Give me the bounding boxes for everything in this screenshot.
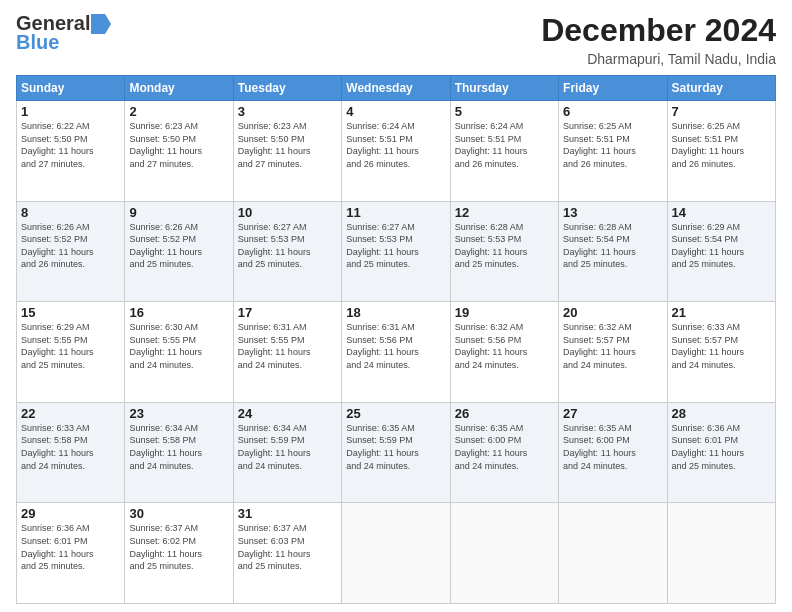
calendar-cell: 30Sunrise: 6:37 AM Sunset: 6:02 PM Dayli… [125, 503, 233, 604]
day-info: Sunrise: 6:25 AM Sunset: 5:51 PM Dayligh… [563, 120, 662, 170]
calendar-cell: 7Sunrise: 6:25 AM Sunset: 5:51 PM Daylig… [667, 101, 775, 202]
day-number: 1 [21, 104, 120, 119]
logo-icon [91, 14, 111, 34]
day-number: 2 [129, 104, 228, 119]
day-info: Sunrise: 6:28 AM Sunset: 5:53 PM Dayligh… [455, 221, 554, 271]
day-info: Sunrise: 6:31 AM Sunset: 5:55 PM Dayligh… [238, 321, 337, 371]
day-info: Sunrise: 6:24 AM Sunset: 5:51 PM Dayligh… [346, 120, 445, 170]
day-of-week-header: Saturday [667, 76, 775, 101]
calendar-cell: 9Sunrise: 6:26 AM Sunset: 5:52 PM Daylig… [125, 201, 233, 302]
day-number: 29 [21, 506, 120, 521]
month-title: December 2024 [541, 12, 776, 49]
day-info: Sunrise: 6:32 AM Sunset: 5:56 PM Dayligh… [455, 321, 554, 371]
day-info: Sunrise: 6:26 AM Sunset: 5:52 PM Dayligh… [21, 221, 120, 271]
day-number: 3 [238, 104, 337, 119]
day-info: Sunrise: 6:33 AM Sunset: 5:58 PM Dayligh… [21, 422, 120, 472]
calendar-cell: 4Sunrise: 6:24 AM Sunset: 5:51 PM Daylig… [342, 101, 450, 202]
day-number: 31 [238, 506, 337, 521]
calendar-cell [342, 503, 450, 604]
page: General Blue December 2024 Dharmapuri, T… [0, 0, 792, 612]
day-number: 7 [672, 104, 771, 119]
day-of-week-header: Monday [125, 76, 233, 101]
calendar-body: 1Sunrise: 6:22 AM Sunset: 5:50 PM Daylig… [17, 101, 776, 604]
day-number: 25 [346, 406, 445, 421]
day-info: Sunrise: 6:36 AM Sunset: 6:01 PM Dayligh… [672, 422, 771, 472]
calendar-week-row: 29Sunrise: 6:36 AM Sunset: 6:01 PM Dayli… [17, 503, 776, 604]
day-number: 21 [672, 305, 771, 320]
day-number: 10 [238, 205, 337, 220]
day-number: 23 [129, 406, 228, 421]
calendar-cell: 18Sunrise: 6:31 AM Sunset: 5:56 PM Dayli… [342, 302, 450, 403]
calendar-cell: 28Sunrise: 6:36 AM Sunset: 6:01 PM Dayli… [667, 402, 775, 503]
day-of-week-header: Thursday [450, 76, 558, 101]
day-number: 18 [346, 305, 445, 320]
calendar-week-row: 15Sunrise: 6:29 AM Sunset: 5:55 PM Dayli… [17, 302, 776, 403]
calendar-cell [450, 503, 558, 604]
calendar: SundayMondayTuesdayWednesdayThursdayFrid… [16, 75, 776, 604]
calendar-cell: 5Sunrise: 6:24 AM Sunset: 5:51 PM Daylig… [450, 101, 558, 202]
logo: General Blue [16, 12, 111, 54]
calendar-cell: 17Sunrise: 6:31 AM Sunset: 5:55 PM Dayli… [233, 302, 341, 403]
day-number: 17 [238, 305, 337, 320]
calendar-cell: 21Sunrise: 6:33 AM Sunset: 5:57 PM Dayli… [667, 302, 775, 403]
calendar-week-row: 22Sunrise: 6:33 AM Sunset: 5:58 PM Dayli… [17, 402, 776, 503]
calendar-cell: 29Sunrise: 6:36 AM Sunset: 6:01 PM Dayli… [17, 503, 125, 604]
day-info: Sunrise: 6:32 AM Sunset: 5:57 PM Dayligh… [563, 321, 662, 371]
calendar-cell: 20Sunrise: 6:32 AM Sunset: 5:57 PM Dayli… [559, 302, 667, 403]
calendar-cell: 14Sunrise: 6:29 AM Sunset: 5:54 PM Dayli… [667, 201, 775, 302]
day-info: Sunrise: 6:22 AM Sunset: 5:50 PM Dayligh… [21, 120, 120, 170]
calendar-cell: 13Sunrise: 6:28 AM Sunset: 5:54 PM Dayli… [559, 201, 667, 302]
day-info: Sunrise: 6:27 AM Sunset: 5:53 PM Dayligh… [238, 221, 337, 271]
title-block: December 2024 Dharmapuri, Tamil Nadu, In… [541, 12, 776, 67]
day-of-week-header: Tuesday [233, 76, 341, 101]
calendar-cell: 8Sunrise: 6:26 AM Sunset: 5:52 PM Daylig… [17, 201, 125, 302]
svg-marker-0 [91, 14, 111, 34]
calendar-cell: 11Sunrise: 6:27 AM Sunset: 5:53 PM Dayli… [342, 201, 450, 302]
calendar-cell: 12Sunrise: 6:28 AM Sunset: 5:53 PM Dayli… [450, 201, 558, 302]
calendar-cell: 22Sunrise: 6:33 AM Sunset: 5:58 PM Dayli… [17, 402, 125, 503]
day-info: Sunrise: 6:29 AM Sunset: 5:55 PM Dayligh… [21, 321, 120, 371]
day-info: Sunrise: 6:28 AM Sunset: 5:54 PM Dayligh… [563, 221, 662, 271]
day-number: 22 [21, 406, 120, 421]
day-info: Sunrise: 6:37 AM Sunset: 6:02 PM Dayligh… [129, 522, 228, 572]
calendar-cell: 16Sunrise: 6:30 AM Sunset: 5:55 PM Dayli… [125, 302, 233, 403]
day-info: Sunrise: 6:26 AM Sunset: 5:52 PM Dayligh… [129, 221, 228, 271]
day-number: 4 [346, 104, 445, 119]
logo-blue: Blue [16, 31, 59, 54]
day-info: Sunrise: 6:23 AM Sunset: 5:50 PM Dayligh… [129, 120, 228, 170]
day-info: Sunrise: 6:31 AM Sunset: 5:56 PM Dayligh… [346, 321, 445, 371]
day-number: 11 [346, 205, 445, 220]
day-number: 20 [563, 305, 662, 320]
calendar-cell: 27Sunrise: 6:35 AM Sunset: 6:00 PM Dayli… [559, 402, 667, 503]
day-number: 5 [455, 104, 554, 119]
day-info: Sunrise: 6:23 AM Sunset: 5:50 PM Dayligh… [238, 120, 337, 170]
day-number: 15 [21, 305, 120, 320]
day-number: 9 [129, 205, 228, 220]
day-info: Sunrise: 6:35 AM Sunset: 6:00 PM Dayligh… [455, 422, 554, 472]
day-of-week-header: Sunday [17, 76, 125, 101]
calendar-cell [667, 503, 775, 604]
day-number: 12 [455, 205, 554, 220]
day-info: Sunrise: 6:34 AM Sunset: 5:59 PM Dayligh… [238, 422, 337, 472]
day-number: 13 [563, 205, 662, 220]
day-info: Sunrise: 6:37 AM Sunset: 6:03 PM Dayligh… [238, 522, 337, 572]
calendar-week-row: 8Sunrise: 6:26 AM Sunset: 5:52 PM Daylig… [17, 201, 776, 302]
day-number: 19 [455, 305, 554, 320]
day-number: 26 [455, 406, 554, 421]
day-info: Sunrise: 6:33 AM Sunset: 5:57 PM Dayligh… [672, 321, 771, 371]
day-info: Sunrise: 6:36 AM Sunset: 6:01 PM Dayligh… [21, 522, 120, 572]
calendar-header: SundayMondayTuesdayWednesdayThursdayFrid… [17, 76, 776, 101]
calendar-cell: 10Sunrise: 6:27 AM Sunset: 5:53 PM Dayli… [233, 201, 341, 302]
day-number: 28 [672, 406, 771, 421]
day-info: Sunrise: 6:35 AM Sunset: 6:00 PM Dayligh… [563, 422, 662, 472]
day-of-week-header: Wednesday [342, 76, 450, 101]
day-number: 27 [563, 406, 662, 421]
day-number: 14 [672, 205, 771, 220]
calendar-cell: 23Sunrise: 6:34 AM Sunset: 5:58 PM Dayli… [125, 402, 233, 503]
day-number: 24 [238, 406, 337, 421]
calendar-cell: 3Sunrise: 6:23 AM Sunset: 5:50 PM Daylig… [233, 101, 341, 202]
day-info: Sunrise: 6:35 AM Sunset: 5:59 PM Dayligh… [346, 422, 445, 472]
header: General Blue December 2024 Dharmapuri, T… [16, 12, 776, 67]
calendar-cell: 31Sunrise: 6:37 AM Sunset: 6:03 PM Dayli… [233, 503, 341, 604]
day-info: Sunrise: 6:27 AM Sunset: 5:53 PM Dayligh… [346, 221, 445, 271]
